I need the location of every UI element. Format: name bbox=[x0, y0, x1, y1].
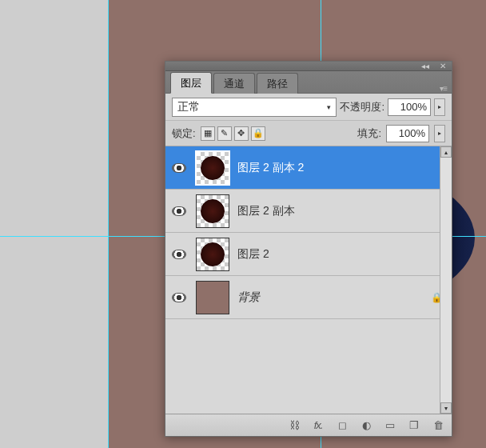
panel-footer: ⛓ fx. ◻ ◐ ▭ ❐ 🗑 bbox=[165, 414, 452, 436]
layer-name-label[interactable]: 图层 2 副本 bbox=[237, 204, 447, 218]
visibility-eye-icon[interactable] bbox=[172, 293, 186, 302]
opacity-input[interactable]: 100% bbox=[388, 98, 431, 116]
opacity-slider-button[interactable]: ▸ bbox=[434, 98, 445, 116]
blend-mode-value: 正常 bbox=[177, 100, 200, 114]
new-group-icon[interactable]: ▭ bbox=[383, 418, 397, 433]
lock-icons-group: ▦ ✎ ✥ 🔒 bbox=[201, 126, 265, 141]
delete-layer-icon[interactable]: 🗑 bbox=[431, 418, 445, 433]
tab-channels[interactable]: 通道 bbox=[213, 73, 255, 94]
layer-thumbnail[interactable] bbox=[196, 151, 229, 185]
layer-name-label[interactable]: 图层 2 bbox=[237, 247, 447, 262]
adjustment-layer-icon[interactable]: ◐ bbox=[359, 418, 373, 433]
fill-label: 填充: bbox=[357, 126, 381, 141]
panel-titlebar[interactable]: ◂◂ ✕ bbox=[165, 62, 452, 71]
scroll-down-icon[interactable]: ▾ bbox=[440, 402, 452, 414]
layer-thumbnail[interactable] bbox=[196, 194, 229, 228]
fx-icon[interactable]: fx. bbox=[311, 418, 325, 433]
collapse-icon[interactable]: ◂◂ bbox=[420, 62, 431, 70]
layer-row[interactable]: 背景 🔒 bbox=[165, 276, 452, 319]
tab-layers[interactable]: 图层 bbox=[170, 72, 212, 94]
opacity-label: 不透明度: bbox=[340, 100, 384, 114]
link-layers-icon[interactable]: ⛓ bbox=[287, 418, 301, 433]
blend-mode-select[interactable]: 正常 ▾ bbox=[172, 98, 337, 117]
layers-panel: ◂◂ ✕ 图层 通道 路径 ▾≡ 正常 ▾ 不透明度: 100% ▸ 锁定: ▦… bbox=[165, 61, 452, 437]
visibility-eye-icon[interactable] bbox=[172, 163, 186, 173]
scroll-track[interactable] bbox=[440, 158, 452, 402]
fill-value: 100% bbox=[399, 127, 425, 139]
fill-slider-button[interactable]: ▸ bbox=[434, 125, 445, 142]
layer-row[interactable]: 图层 2 副本 2 bbox=[165, 146, 452, 190]
layer-name-label[interactable]: 背景 bbox=[237, 290, 423, 305]
lock-position-icon[interactable]: ✥ bbox=[234, 126, 249, 141]
lock-transparency-icon[interactable]: ▦ bbox=[201, 126, 215, 141]
chevron-down-icon: ▾ bbox=[327, 103, 331, 111]
layer-list: 图层 2 副本 2 图层 2 副本 图层 2 背景 🔒 ▴ ▾ bbox=[165, 146, 452, 414]
layer-name-label[interactable]: 图层 2 副本 2 bbox=[237, 161, 447, 175]
visibility-eye-icon[interactable] bbox=[172, 250, 186, 259]
lock-all-icon[interactable]: 🔒 bbox=[251, 126, 265, 141]
panel-tabs: 图层 通道 路径 ▾≡ bbox=[165, 71, 452, 94]
lock-pixels-icon[interactable]: ✎ bbox=[217, 126, 232, 141]
layer-list-scrollbar[interactable]: ▴ ▾ bbox=[440, 146, 452, 414]
new-layer-icon[interactable]: ❐ bbox=[407, 418, 421, 433]
blend-opacity-row: 正常 ▾ 不透明度: 100% ▸ bbox=[165, 94, 452, 121]
layer-row[interactable]: 图层 2 副本 bbox=[165, 190, 452, 233]
fill-input[interactable]: 100% bbox=[386, 125, 429, 142]
visibility-eye-icon[interactable] bbox=[172, 206, 186, 216]
lock-fill-row: 锁定: ▦ ✎ ✥ 🔒 填充: 100% ▸ bbox=[165, 121, 452, 146]
guide-vertical-left[interactable] bbox=[108, 0, 109, 448]
opacity-value: 100% bbox=[400, 101, 427, 113]
close-icon[interactable]: ✕ bbox=[437, 62, 448, 70]
layer-row[interactable]: 图层 2 bbox=[165, 233, 452, 276]
tab-paths[interactable]: 路径 bbox=[257, 73, 298, 94]
add-mask-icon[interactable]: ◻ bbox=[335, 418, 349, 433]
scroll-up-icon[interactable]: ▴ bbox=[440, 146, 452, 158]
lock-label: 锁定: bbox=[172, 126, 196, 141]
panel-menu-icon[interactable]: ▾≡ bbox=[440, 84, 447, 93]
layer-thumbnail[interactable] bbox=[196, 238, 229, 271]
layer-thumbnail[interactable] bbox=[196, 281, 229, 314]
